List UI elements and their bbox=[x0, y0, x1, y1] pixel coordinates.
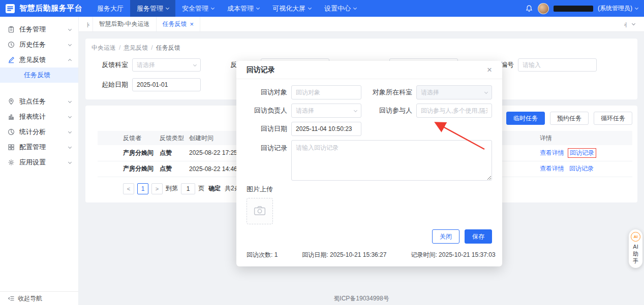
topnav-item-settings-center[interactable]: 设置中心 bbox=[318, 0, 363, 17]
camera-icon bbox=[254, 206, 266, 217]
breadcrumb-item-feedback[interactable]: 意见反馈 bbox=[124, 44, 148, 51]
chevron-down-icon bbox=[166, 6, 169, 9]
visit-record-label: 回访记录 bbox=[247, 140, 287, 153]
sidebar-item-stats-analysis[interactable]: 统计分析 bbox=[0, 124, 78, 140]
breadcrumb-item-central-transport[interactable]: 中央运送 bbox=[91, 44, 116, 51]
topnav-item-service-mgmt[interactable]: 服务管理 bbox=[130, 0, 175, 17]
pagination-goto-suffix: 页 bbox=[198, 184, 204, 193]
top-navigation: 服务大厅 服务管理 安全管理 成本管理 可视化大屏 设置中心 bbox=[90, 0, 363, 17]
edit-icon bbox=[8, 56, 15, 63]
tab-close-icon[interactable] bbox=[190, 21, 194, 27]
pagination-next-icon[interactable] bbox=[151, 183, 163, 194]
tabs-scroll-left-icon[interactable] bbox=[84, 21, 93, 27]
topnav-item-service-hall[interactable]: 服务大厅 bbox=[90, 0, 130, 17]
filter-startdate-label: 起始日期 bbox=[98, 80, 128, 89]
collapse-nav-button[interactable]: 收起导航 bbox=[0, 291, 78, 305]
pagination-page-button[interactable]: 1 bbox=[137, 183, 148, 194]
chevron-down-icon bbox=[68, 99, 72, 103]
visit-target-input[interactable] bbox=[291, 85, 361, 99]
recurring-task-button[interactable]: 循环任务 bbox=[594, 112, 632, 125]
user-avatar[interactable] bbox=[538, 3, 549, 14]
modal-close-icon[interactable] bbox=[487, 65, 492, 74]
sidebar-item-task-mgmt[interactable]: 任务管理 bbox=[0, 22, 78, 37]
bar-chart-icon bbox=[8, 113, 15, 120]
clipboard-icon bbox=[8, 26, 15, 33]
filter-dept-label: 反馈科室 bbox=[98, 60, 128, 70]
modal-close-button[interactable]: 关闭 bbox=[432, 229, 459, 244]
pagination-goto-input[interactable] bbox=[181, 183, 195, 194]
clock-icon bbox=[8, 41, 15, 48]
map-pin-icon bbox=[8, 98, 15, 105]
target-dept-label: 对象所在科室 bbox=[365, 88, 412, 97]
breadcrumb-item-task-feedback: 任务反馈 bbox=[156, 44, 180, 51]
tab-bar: 智慧后勤-中央运送 任务反馈 bbox=[79, 17, 644, 32]
visit-participant-label: 回访参与人 bbox=[365, 106, 412, 115]
chevron-down-icon bbox=[68, 42, 72, 46]
page-footer: 蜀ICP备19034998号 bbox=[79, 292, 644, 305]
sidebar-item-station-tasks[interactable]: 驻点任务 bbox=[0, 94, 78, 109]
gear-icon bbox=[8, 159, 15, 166]
pie-chart-icon bbox=[8, 128, 15, 135]
icp-text: 蜀ICP备19034998号 bbox=[333, 294, 389, 303]
tab-central-transport[interactable]: 智慧后勤-中央运送 bbox=[93, 17, 157, 31]
sidebar-item-report-stats[interactable]: 报表统计 bbox=[0, 109, 78, 124]
pagination-goto-prefix: 到第 bbox=[166, 184, 178, 193]
chevron-down-icon bbox=[68, 129, 72, 133]
pagination-prev-icon[interactable] bbox=[123, 183, 134, 194]
topbar-right: (系统管理员) bbox=[525, 3, 638, 14]
app-title: 智慧后勤服务平台 bbox=[19, 4, 82, 13]
filter-taskno-input[interactable] bbox=[518, 58, 597, 72]
visit-owner-select[interactable]: 请选择 bbox=[291, 104, 361, 118]
sidebar: 任务管理 历史任务 意见反馈 任务反馈 驻点任务 报表统计 bbox=[0, 17, 79, 305]
visit-date-input[interactable] bbox=[291, 122, 361, 136]
temp-task-button[interactable]: 临时任务 bbox=[506, 112, 545, 125]
visit-record-link[interactable]: 回访记录 bbox=[570, 149, 594, 156]
visit-date-info: 回访日期: 2025-10-21 15:36:27 bbox=[302, 251, 386, 259]
user-menu[interactable]: (系统管理员) bbox=[598, 4, 638, 13]
grid-icon bbox=[8, 144, 15, 151]
topnav-item-big-screen[interactable]: 可视化大屏 bbox=[266, 0, 318, 17]
modal-save-button[interactable]: 保存 bbox=[465, 229, 492, 244]
chevron-down-icon bbox=[353, 6, 357, 9]
chevron-down-icon bbox=[354, 108, 357, 112]
chevron-up-icon bbox=[68, 59, 72, 62]
annotation-red-box: 回访记录 bbox=[568, 148, 596, 158]
notification-bell-icon[interactable] bbox=[525, 5, 533, 13]
ai-assistant-icon: AI bbox=[631, 232, 640, 242]
visit-record-textarea[interactable] bbox=[291, 140, 492, 181]
filter-dept-select[interactable]: 请选择 bbox=[132, 58, 201, 72]
image-upload-label: 图片上传 bbox=[247, 185, 287, 194]
breadcrumb: 中央运送意见反馈任务反馈 bbox=[91, 44, 625, 52]
user-role-label: (系统管理员) bbox=[598, 4, 632, 13]
tabs-dropdown-icon[interactable] bbox=[632, 22, 635, 25]
tab-task-feedback[interactable]: 任务反馈 bbox=[157, 17, 201, 31]
sidebar-item-config-mgmt[interactable]: 配置管理 bbox=[0, 140, 78, 155]
filter-startdate-input[interactable] bbox=[132, 78, 201, 91]
sidebar-item-history-tasks[interactable]: 历史任务 bbox=[0, 37, 78, 52]
target-dept-select[interactable]: 请选择 bbox=[416, 85, 492, 99]
record-time-info: 记录时间: 2025-10-21 15:37:03 bbox=[411, 251, 495, 259]
visit-count: 回访次数: 1 bbox=[247, 251, 278, 259]
visit-participants-input[interactable] bbox=[416, 104, 492, 118]
sidebar-item-app-settings[interactable]: 应用设置 bbox=[0, 155, 78, 170]
image-upload-box[interactable] bbox=[247, 198, 273, 224]
pagination-confirm-button[interactable]: 确定 bbox=[208, 184, 221, 193]
ai-assistant-label: AI助手 bbox=[632, 243, 639, 264]
sidebar-subitem-task-feedback[interactable]: 任务反馈 bbox=[0, 67, 78, 83]
collapse-nav-icon bbox=[8, 295, 14, 301]
topnav-item-safety-mgmt[interactable]: 安全管理 bbox=[175, 0, 221, 17]
tabs-scroll-right-icon[interactable] bbox=[621, 21, 629, 27]
breadcrumb-separator bbox=[119, 44, 120, 51]
breadcrumb-separator bbox=[151, 44, 152, 51]
chevron-down-icon bbox=[68, 160, 72, 163]
reserved-task-button[interactable]: 预约任务 bbox=[550, 112, 589, 125]
view-detail-link[interactable]: 查看详情 bbox=[540, 149, 564, 156]
topnav-item-cost-mgmt[interactable]: 成本管理 bbox=[221, 0, 266, 17]
app-root: 智慧后勤服务平台 服务大厅 服务管理 安全管理 成本管理 可视化大屏 设置中心 … bbox=[0, 0, 644, 305]
view-detail-link[interactable]: 查看详情 bbox=[540, 165, 564, 172]
visit-date-label: 回访日期 bbox=[247, 124, 287, 133]
col-detail: 详情 bbox=[536, 131, 632, 145]
visit-record-link[interactable]: 回访记录 bbox=[569, 165, 594, 172]
sidebar-item-feedback[interactable]: 意见反馈 bbox=[0, 52, 78, 67]
ai-assistant-widget[interactable]: AI AI助手 bbox=[629, 229, 642, 268]
